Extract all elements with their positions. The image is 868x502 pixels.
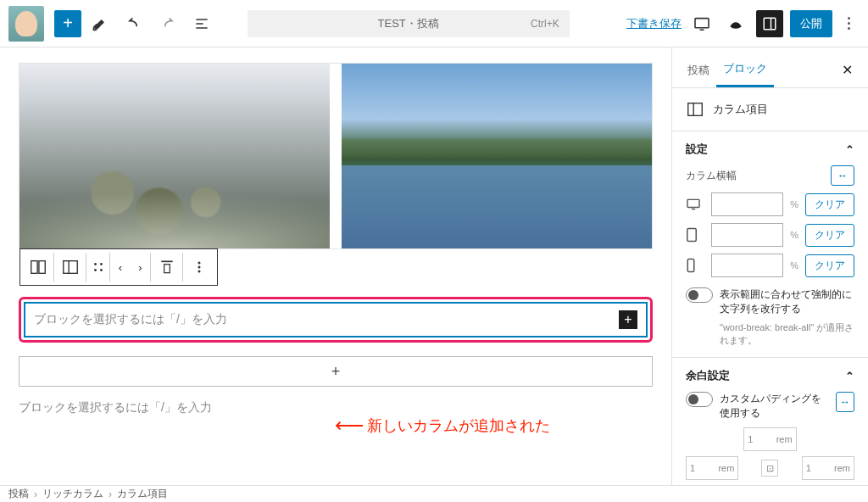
more-menu-icon[interactable] [839,17,860,30]
svg-rect-1 [764,18,776,30]
column-block-icon [686,100,704,119]
inline-add-icon[interactable]: + [619,310,637,329]
svg-rect-4 [63,261,77,274]
block-type-row: カラム項目 [672,88,868,131]
columns-parent-icon[interactable] [22,253,54,282]
pad-top[interactable]: 1rem [743,427,796,451]
tab-block[interactable]: ブロック [716,53,774,87]
desktop-view-icon[interactable] [688,10,715,37]
settings-heading: 設定 [686,142,708,157]
edit-mode-icon[interactable] [85,8,115,39]
close-icon[interactable]: ✕ [835,59,860,81]
save-draft-link[interactable]: 下書き保存 [626,16,682,31]
sidebar-tabs: 投稿 ブロック ✕ [672,47,868,88]
clear-button-tablet[interactable]: クリア [805,224,854,247]
new-column-highlight: ブロックを選択するには「/」を入力 + [19,297,653,343]
crumb-rich-column[interactable]: リッチカラム [42,487,103,501]
align-icon[interactable] [151,253,183,282]
padding-toggle-row: カスタムパディングを使用する ↔ [686,392,854,421]
undo-icon[interactable] [119,8,149,39]
drag-handle-icon[interactable] [86,253,110,282]
clear-button-desktop[interactable]: クリア [805,193,854,216]
outline-icon[interactable] [186,8,217,39]
padding-toggle[interactable] [686,392,713,407]
svg-point-8 [100,269,103,271]
new-column-block[interactable]: ブロックを選択するには「/」を入力 + [24,302,648,337]
title-text: TEST・投稿 [378,16,439,31]
unit-label: % [790,260,798,271]
width-row-tablet: % クリア [686,223,854,247]
svg-rect-9 [164,265,170,273]
columns-block[interactable]: ‹ › [19,63,653,249]
column-1[interactable]: ‹ › [19,64,330,248]
breadcrumb: 投稿 › リッチカラム › カラム項目 [0,485,868,502]
svg-rect-15 [687,229,697,242]
wrap-toggle-row: 表示範囲に合わせて強制的に文字列を改行する [686,287,854,316]
svg-point-12 [198,271,201,273]
image-lake-mountains[interactable] [342,64,652,248]
crumb-post[interactable]: 投稿 [8,487,29,501]
publish-button[interactable]: 公開 [790,10,832,37]
annotation: ⟵ 新しいカラムが追加された [335,414,550,438]
chevron-up-icon[interactable]: ⌃ [845,370,854,382]
svg-rect-16 [687,259,694,272]
clear-button-mobile[interactable]: クリア [805,254,854,277]
margin-heading: 余白設定 [686,368,730,383]
image-snow-village[interactable] [19,64,330,248]
svg-point-7 [94,269,97,271]
svg-rect-14 [687,199,699,207]
desktop-icon [686,198,704,210]
width-row-desktop: % クリア [686,192,854,216]
pad-left[interactable]: 1rem [686,456,738,480]
wrap-help-text: "word-break: break-all" が適用されます。 [720,321,854,347]
unit-label: % [790,230,798,240]
annotation-text: 新しいカラムが追加された [367,416,550,436]
svg-rect-3 [38,261,44,274]
mobile-icon [686,258,704,273]
width-input-mobile[interactable] [711,254,783,277]
padding-toggle-label: カスタムパディングを使用する [720,392,829,421]
block-type-name: カラム項目 [713,102,768,117]
width-row-mobile: % クリア [686,254,854,277]
tab-post[interactable]: 投稿 [681,54,716,86]
redo-icon[interactable] [153,8,183,39]
block-placeholder: ブロックを選択するには「/」を入力 [34,312,619,327]
width-input-tablet[interactable] [711,223,783,247]
unit-label: % [790,199,798,209]
margin-section: 余白設定 ⌃ カスタムパディングを使用する ↔ 1rem 1rem ⊡ 1rem [672,358,868,485]
chevron-up-icon[interactable]: ⌃ [845,143,854,156]
move-left-icon[interactable]: ‹ [110,253,131,282]
settings-section: 設定 ⌃ カラム横幅 ↔ % クリア % クリア % [672,131,868,358]
editor-canvas: ‹ › ブロックを選択するには「/」を入力 + + ブロックを選択するには「/」… [0,47,671,485]
swell-icon[interactable] [722,10,749,37]
svg-point-6 [100,263,103,265]
document-title[interactable]: TEST・投稿 Ctrl+K [248,10,570,37]
add-block-button[interactable]: + [54,10,81,37]
pad-right[interactable]: 1rem [802,456,854,480]
avatar[interactable] [8,6,44,42]
top-toolbar: + TEST・投稿 Ctrl+K 下書き保存 公開 [0,0,868,47]
arrow-left-icon: ⟵ [335,414,364,438]
crumb-column-item[interactable]: カラム項目 [117,487,168,501]
svg-point-11 [198,266,201,269]
column-2[interactable] [342,64,652,248]
block-more-icon[interactable] [183,253,215,282]
width-input-desktop[interactable] [711,192,783,216]
settings-panel-toggle[interactable] [756,10,783,37]
wrap-toggle-label: 表示範囲に合わせて強制的に文字列を改行する [720,287,854,316]
move-right-icon[interactable]: › [131,253,151,282]
settings-sidebar: 投稿 ブロック ✕ カラム項目 設定 ⌃ カラム横幅 ↔ % クリア [671,47,868,485]
block-toolbar: ‹ › [19,248,218,286]
keyboard-hint: Ctrl+K [531,18,559,30]
width-label: カラム横幅 [686,169,737,183]
padding-grid: 1rem 1rem ⊡ 1rem [686,427,854,480]
svg-rect-0 [695,18,709,27]
svg-rect-13 [688,103,703,116]
svg-point-10 [198,262,201,265]
link-values-icon[interactable]: ⊡ [761,460,778,477]
appender-button[interactable]: + [19,356,653,387]
responsive-toggle-icon[interactable]: ↔ [831,165,854,186]
wrap-toggle[interactable] [686,287,713,303]
responsive-toggle-icon[interactable]: ↔ [836,392,854,412]
column-icon[interactable] [54,253,86,282]
